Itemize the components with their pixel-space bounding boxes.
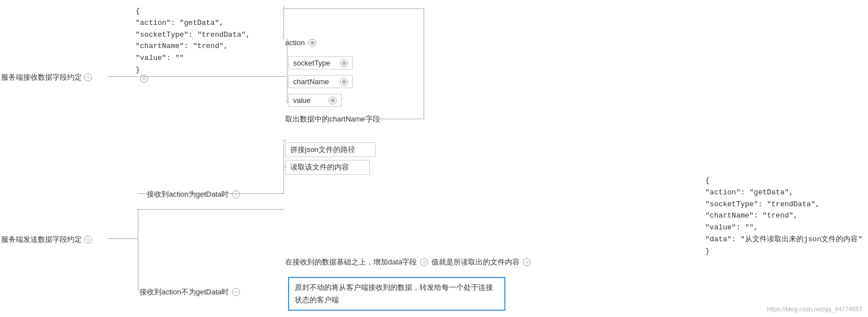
vline-top bbox=[283, 6, 284, 40]
desc-chartname: 取出数据中的chartName字段 bbox=[285, 114, 380, 124]
desc-add-data-text: 在接收到的数据基础之上，增加data字段 bbox=[285, 257, 417, 267]
left-json-line1: { bbox=[136, 6, 250, 18]
action-label: action ⊕ bbox=[285, 38, 316, 47]
vline-fields-bracket bbox=[287, 57, 287, 103]
hline-brace bbox=[140, 76, 148, 77]
sidebar-label-send: 服务端发送数据字段约定 ○ bbox=[1, 235, 92, 245]
sidebar-label-receive-text: 服务端接收数据字段约定 bbox=[1, 72, 82, 82]
field-sockettype-add[interactable]: ⊕ bbox=[340, 59, 348, 67]
desc-add-data-mid: 值就是所读取出的文件内容 bbox=[431, 257, 520, 267]
right-json-line5: "value": "", bbox=[705, 222, 862, 234]
hline-condition-getdata bbox=[138, 193, 283, 194]
condition-getdata: 接收到action为getData时 ○ bbox=[147, 189, 240, 199]
condition-getdata-text: 接收到action为getData时 bbox=[147, 189, 229, 199]
condition-not-getdata: 接收到action不为getData时 ○ bbox=[139, 287, 240, 297]
field-chartname-label: chartName bbox=[293, 77, 329, 86]
hline-process-top bbox=[283, 140, 287, 141]
hline-send-top bbox=[138, 209, 283, 210]
sidebar-label-receive-circle[interactable]: ○ bbox=[84, 73, 92, 81]
field-value-label: value bbox=[293, 96, 311, 105]
right-json-line1: { bbox=[705, 175, 862, 187]
condition-getdata-circle[interactable]: ○ bbox=[232, 190, 240, 198]
field-value: value ⊕ bbox=[288, 94, 342, 107]
desc-add-data-circle2[interactable]: ○ bbox=[523, 258, 531, 266]
left-json-line5: "value": "" bbox=[136, 53, 250, 64]
right-json-line7: } bbox=[705, 246, 862, 258]
vline-send-section bbox=[138, 209, 138, 291]
action-text: action bbox=[285, 38, 305, 47]
right-json-line6: "data": "从文件读取出来的json文件的内容" bbox=[705, 234, 862, 246]
hline-desc-line bbox=[370, 119, 425, 119]
right-json-line3: "socketType": "trendData", bbox=[705, 199, 862, 211]
vline-right-fields bbox=[424, 8, 424, 119]
hline-process-bot bbox=[283, 167, 287, 167]
desc-add-data: 在接收到的数据基础之上，增加data字段 ○ 值就是所读取出的文件内容 ○ bbox=[285, 257, 531, 267]
left-json-line6: } bbox=[136, 64, 250, 76]
left-json-block: { "action": "getData", "socketType": "tr… bbox=[136, 6, 250, 76]
process-forward-text: 原封不动的将从客户端接收到的数据，转发给每一个处于连接 状态的客户端 bbox=[295, 283, 493, 304]
right-json-block: { "action": "getData", "socketType": "tr… bbox=[705, 175, 862, 258]
field-chartname-add[interactable]: ⊕ bbox=[340, 78, 348, 86]
desc-add-data-circle1[interactable]: ○ bbox=[420, 258, 428, 266]
left-json-line3: "socketType": "trendData", bbox=[136, 29, 250, 41]
sidebar-label-receive: 服务端接收数据字段约定 ○ bbox=[1, 72, 92, 82]
field-chartname: chartName ⊕ bbox=[288, 75, 353, 88]
condition-not-getdata-text: 接收到action不为getData时 bbox=[139, 287, 229, 297]
hline-label1 bbox=[107, 76, 138, 77]
left-json-line4: "chartName": "trend", bbox=[136, 41, 250, 53]
sidebar-label-send-text: 服务端发送数据字段约定 bbox=[1, 235, 82, 245]
process-json-path: 拼接json文件的路径 bbox=[285, 142, 376, 157]
hline-action bbox=[287, 44, 289, 45]
right-json-line4: "chartName": "trend", bbox=[705, 210, 862, 222]
field-sockettype: socketType ⊕ bbox=[288, 57, 353, 70]
watermark: https://blog.csdn.net/qq_44774657 bbox=[767, 306, 862, 312]
right-json-line2: "action": "getData", bbox=[705, 187, 862, 199]
field-sockettype-label: socketType bbox=[293, 59, 330, 67]
hline-top-connect bbox=[283, 8, 425, 9]
hline-label2 bbox=[107, 238, 138, 239]
action-add-btn[interactable]: ⊕ bbox=[308, 39, 316, 47]
left-json-line2: "action": "getData", bbox=[136, 18, 250, 29]
process-read-file: 读取该文件的内容 bbox=[285, 160, 370, 175]
field-value-add[interactable]: ⊕ bbox=[329, 97, 337, 105]
circle-left-json[interactable]: ○ bbox=[140, 73, 148, 82]
hline-json-to-center bbox=[148, 76, 286, 77]
process-forward-blue: 原封不动的将从客户端接收到的数据，转发给每一个处于连接 状态的客户端 bbox=[288, 277, 505, 311]
condition-not-getdata-circle[interactable]: ○ bbox=[232, 288, 240, 296]
sidebar-label-send-circle[interactable]: ○ bbox=[84, 236, 92, 244]
